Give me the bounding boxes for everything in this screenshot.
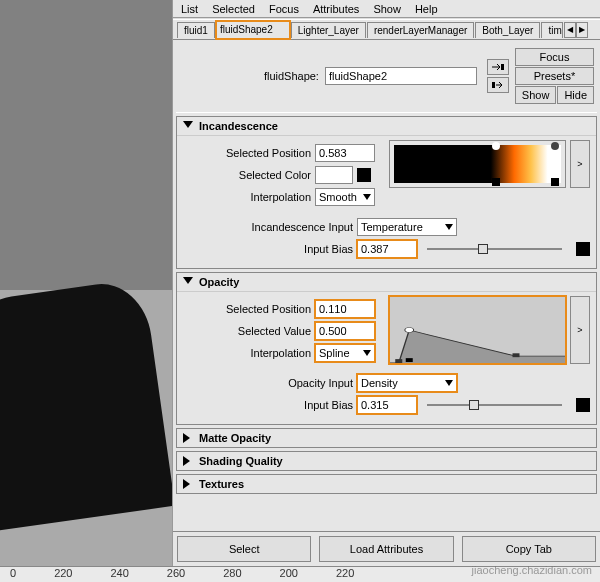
incandescence-color-swatch[interactable]: [315, 166, 353, 184]
map-button-icon[interactable]: [357, 168, 371, 182]
tab-time[interactable]: time: [541, 22, 563, 38]
chevron-down-icon: [363, 350, 371, 356]
incandescence-selected-position-input[interactable]: [315, 144, 375, 162]
opacity-interpolation-select[interactable]: Spline: [315, 344, 375, 362]
svg-rect-4: [395, 359, 402, 363]
chevron-down-icon: [363, 194, 371, 200]
ramp-handle-bottom[interactable]: [492, 178, 500, 186]
map-button-icon[interactable]: [576, 242, 590, 256]
tab-scroll-right-icon[interactable]: ▶: [576, 22, 588, 38]
tab-lighter-layer[interactable]: Lighter_Layer: [291, 22, 366, 38]
section-header-opacity[interactable]: Opacity: [177, 273, 596, 292]
ramp-handle-bottom[interactable]: [551, 178, 559, 186]
label-selpos: Selected Position: [183, 303, 311, 315]
menubar: List Selected Focus Attributes Show Help: [173, 0, 600, 18]
select-button[interactable]: Select: [177, 536, 311, 562]
svg-rect-5: [513, 353, 520, 357]
opacity-curve-graph[interactable]: [389, 296, 566, 364]
section-title: Matte Opacity: [199, 432, 271, 444]
node-type-label: fluidShape:: [179, 70, 319, 82]
label-interp: Interpolation: [183, 347, 311, 359]
disclosure-down-icon: [183, 121, 193, 131]
label-inputbias: Input Bias: [183, 399, 353, 411]
tab-renderlayermanager[interactable]: renderLayerManager: [367, 22, 474, 38]
hide-button[interactable]: Hide: [557, 86, 594, 104]
tab-both-layer[interactable]: Both_Layer: [475, 22, 540, 38]
viewport-3d[interactable]: [0, 0, 172, 566]
attribute-editor: List Selected Focus Attributes Show Help…: [0, 0, 600, 582]
disclosure-right-icon: [183, 479, 193, 489]
incandescence-input-bias-slider[interactable]: [427, 241, 562, 257]
label-selcol: Selected Color: [183, 169, 311, 181]
section-header-incandescence[interactable]: Incandescence: [177, 117, 596, 136]
bottom-button-bar: Select Load Attributes Copy Tab: [173, 531, 600, 566]
section-title: Shading Quality: [199, 455, 283, 467]
label-interp: Interpolation: [183, 191, 311, 203]
opacity-input-select[interactable]: Density: [357, 374, 457, 392]
focus-button[interactable]: Focus: [515, 48, 594, 66]
disclosure-right-icon: [183, 456, 193, 466]
section-header-textures[interactable]: Textures: [177, 475, 596, 493]
menu-help[interactable]: Help: [409, 1, 444, 17]
svg-point-3: [405, 328, 414, 333]
section-header-matte-opacity[interactable]: Matte Opacity: [177, 429, 596, 447]
label-selval: Selected Value: [183, 325, 311, 337]
ramp-handle-top[interactable]: [551, 142, 559, 150]
svg-rect-6: [406, 358, 413, 362]
go-to-input-icon[interactable]: [487, 59, 509, 75]
disclosure-down-icon: [183, 277, 193, 287]
ramp-expand-button[interactable]: >: [570, 296, 590, 364]
copy-tab-button[interactable]: Copy Tab: [462, 536, 596, 562]
section-title: Incandescence: [199, 120, 278, 132]
attribute-scroll[interactable]: Incandescence Selected Position Selected…: [176, 112, 597, 531]
svg-rect-0: [501, 64, 504, 70]
section-title: Opacity: [199, 276, 239, 288]
tab-fluid1[interactable]: fluid1: [177, 22, 215, 38]
label-opinput: Opacity Input: [183, 377, 353, 389]
node-tabs: fluid1 fluidShape2 Lighter_Layer renderL…: [173, 20, 600, 40]
ramp-expand-button[interactable]: >: [570, 140, 590, 188]
opacity-selected-position-input[interactable]: [315, 300, 375, 318]
fluid-shape-preview: [0, 278, 172, 532]
menu-show[interactable]: Show: [367, 1, 407, 17]
opacity-input-bias-slider[interactable]: [427, 397, 562, 413]
section-shading-quality: Shading Quality: [176, 451, 597, 471]
show-button[interactable]: Show: [515, 86, 557, 104]
menu-focus[interactable]: Focus: [263, 1, 305, 17]
attribute-panel: List Selected Focus Attributes Show Help…: [172, 0, 600, 566]
presets-button[interactable]: Presets*: [515, 67, 594, 85]
chevron-down-icon: [445, 380, 453, 386]
tab-scroll-left-icon[interactable]: ◀: [564, 22, 576, 38]
section-title: Textures: [199, 478, 244, 490]
timeline-ruler[interactable]: 0 220 240 260 280 200 220: [0, 566, 600, 582]
section-opacity: Opacity Selected Position Selected Value: [176, 272, 597, 425]
opacity-selected-value-input[interactable]: [315, 322, 375, 340]
tab-fluidshape2[interactable]: fluidShape2: [216, 21, 290, 39]
menu-attributes[interactable]: Attributes: [307, 1, 365, 17]
ramp-handle-top[interactable]: [492, 142, 500, 150]
incandescence-color-ramp[interactable]: [389, 140, 566, 188]
menu-list[interactable]: List: [175, 1, 204, 17]
label-incinput: Incandescence Input: [183, 221, 353, 233]
section-incandescence: Incandescence Selected Position Selected…: [176, 116, 597, 269]
section-textures: Textures: [176, 474, 597, 494]
incandescence-input-select[interactable]: Temperature: [357, 218, 457, 236]
load-attributes-button[interactable]: Load Attributes: [319, 536, 453, 562]
opacity-input-bias-input[interactable]: [357, 396, 417, 414]
incandescence-interpolation-select[interactable]: Smooth: [315, 188, 375, 206]
go-to-output-icon[interactable]: [487, 77, 509, 93]
chevron-down-icon: [445, 224, 453, 230]
label-inputbias: Input Bias: [183, 243, 353, 255]
node-header: fluidShape: Focus Presets* Show Hide: [173, 40, 600, 112]
label-selpos: Selected Position: [183, 147, 311, 159]
svg-rect-1: [492, 82, 495, 88]
section-matte-opacity: Matte Opacity: [176, 428, 597, 448]
section-header-shading-quality[interactable]: Shading Quality: [177, 452, 596, 470]
node-name-input[interactable]: [325, 67, 477, 85]
incandescence-input-bias-input[interactable]: [357, 240, 417, 258]
menu-selected[interactable]: Selected: [206, 1, 261, 17]
map-button-icon[interactable]: [576, 398, 590, 412]
disclosure-right-icon: [183, 433, 193, 443]
